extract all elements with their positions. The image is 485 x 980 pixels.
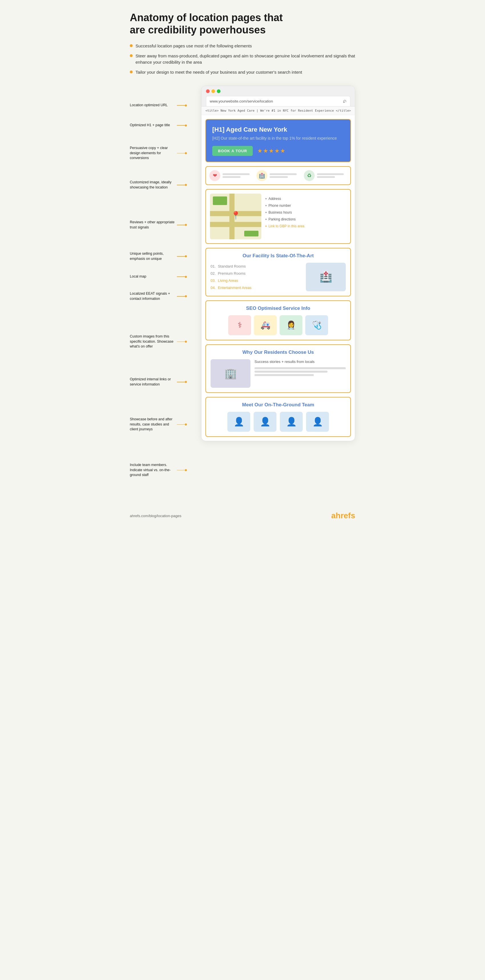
connector-line-5: [177, 256, 185, 257]
refresh-icon[interactable]: ↺: [343, 99, 347, 104]
medical-icon: 🏥: [257, 170, 267, 181]
trust-line: [317, 173, 344, 175]
bullet-dot: [130, 54, 133, 57]
connector-line-1: [177, 125, 185, 126]
service-icon-stethoscope: 🩺: [305, 315, 328, 335]
maximize-dot[interactable]: [217, 89, 220, 93]
service-icon-medical: ⚕: [228, 315, 251, 335]
facility-item-1[interactable]: 01. Standard Rooms: [211, 263, 302, 270]
browser-bar: www.yourwebsite.com/service/location ↺: [206, 96, 350, 106]
annotation-text-6: Local map: [130, 274, 174, 279]
team-avatar-2: 👤: [254, 412, 276, 432]
close-dot[interactable]: [206, 89, 210, 93]
annotation-item-6: Local map: [130, 274, 187, 279]
facility-heading: Our Facility Is State-Of-The-Art: [211, 253, 346, 259]
map-pin-icon: 📍: [231, 211, 241, 220]
trust-line: [222, 176, 241, 178]
annotation-connector-6: [177, 276, 187, 278]
heart-icon: ❤: [209, 170, 220, 181]
facility-num: 03.: [211, 278, 216, 283]
map-road: [210, 222, 262, 227]
facility-image: 🏥: [306, 263, 346, 291]
connector-dot-7: [185, 295, 187, 297]
connector-line-9: [177, 382, 185, 382]
connector-dot-8: [185, 340, 187, 343]
trust-line: [269, 176, 288, 178]
annotation-item-5: Unique selling points, emphasis on uniqu…: [130, 251, 187, 261]
facility-label: Entertainment Areas: [218, 286, 252, 290]
connector-dot-4: [185, 224, 187, 226]
bullet-dot: [130, 44, 133, 47]
trust-lines-1: [222, 173, 252, 178]
residents-body: 🏢 Success stories + results from locals: [211, 359, 346, 388]
connector-line-8: [177, 342, 185, 342]
connector-dot-2: [185, 152, 187, 154]
minimize-dot[interactable]: [211, 89, 215, 93]
service-section: SEO Optimised Service Info ⚕ 🚑 👩‍⚕️ 🩺: [205, 301, 351, 340]
connector-dot-11: [185, 469, 187, 471]
connector-line-10: [177, 424, 185, 425]
hero-h2: [H2] Our state-of-the art facility is in…: [212, 136, 344, 142]
page-container: Anatomy of location pages that are credi…: [130, 11, 355, 520]
annotation-text-10: Showcase before and after results, case …: [130, 417, 174, 432]
browser-dots: [206, 89, 350, 93]
team-heading: Meet Our On-The-Ground Team: [211, 402, 346, 408]
map-info-list-container: Address Phone number Business hours Park…: [265, 194, 304, 239]
annotation-text-11: Include team members. Indicate virtual v…: [130, 463, 174, 478]
intro-bullets: Successful location pages use most of th…: [130, 43, 355, 75]
facility-body: 01. Standard Rooms 02. Premium Rooms 03.…: [211, 263, 346, 291]
annotation-text-3: Customized image, ideally showcasing the…: [130, 180, 174, 190]
annotation-connector-3: [177, 184, 187, 186]
annotation-connector-4: [177, 224, 187, 226]
connector-dot-3: [185, 184, 187, 186]
map-info-phone: Phone number: [265, 202, 304, 209]
main-layout: Location optimized URLOptimized H1 + pag…: [130, 86, 355, 500]
annotation-item-1: Optimized H1 + page title: [130, 123, 187, 128]
map-block: [213, 196, 227, 205]
service-icon-ambulance: 🚑: [254, 315, 277, 335]
local-map: 📍: [210, 194, 262, 239]
book-tour-button[interactable]: BOOK A TOUR: [212, 146, 253, 156]
map-info-gbp-link[interactable]: Link to GBP in this area: [265, 223, 304, 229]
annotation-text-0: Location optimized URL: [130, 103, 174, 108]
facility-item-3[interactable]: 03. Living Areas: [211, 277, 302, 284]
facility-list: 01. Standard Rooms 02. Premium Rooms 03.…: [211, 263, 302, 291]
browser-chrome: www.yourwebsite.com/service/location ↺: [201, 86, 355, 107]
annotation-connector-8: [177, 340, 187, 343]
connector-dot-6: [185, 276, 187, 278]
map-block: [244, 231, 258, 236]
residents-lines: [255, 367, 346, 376]
facility-label: Living Areas: [218, 278, 238, 283]
hero-section: [H1] Aged Care New York [H2] Our state-o…: [205, 119, 351, 162]
annotation-text-1: Optimized H1 + page title: [130, 123, 174, 128]
annotation-connector-10: [177, 423, 187, 425]
residents-text: Success stories + results from locals: [255, 359, 346, 376]
annotation-text-5: Unique selling points, emphasis on uniqu…: [130, 251, 174, 261]
facility-item-2[interactable]: 02. Premium Rooms: [211, 270, 302, 277]
browser-window: www.yourwebsite.com/service/location ↺ <…: [201, 86, 355, 441]
hero-bottom: BOOK A TOUR ★★★★★: [212, 146, 344, 156]
connector-line-7: [177, 296, 185, 297]
facility-num: 04.: [211, 286, 216, 290]
connector-line-4: [177, 225, 185, 225]
browser-url[interactable]: www.yourwebsite.com/service/location: [210, 99, 273, 103]
residents-section: Why Our Residents Choose Us 🏢 Success st…: [205, 344, 351, 393]
residents-line: [255, 374, 314, 376]
facility-section: Our Facility Is State-Of-The-Art 01. Sta…: [205, 248, 351, 296]
facility-item-4[interactable]: 04. Entertainment Areas: [211, 284, 302, 291]
team-avatar-4: 👤: [306, 412, 329, 432]
title-tag: <title> New York Aged Care | We're #1 in…: [201, 107, 355, 115]
trust-line: [222, 173, 250, 175]
connector-line-11: [177, 470, 185, 471]
facility-num: 01.: [211, 264, 216, 269]
browser-content: <title> New York Aged Care | We're #1 in…: [201, 107, 355, 437]
bullet-2: Steer away from mass-produced, duplicate…: [130, 53, 355, 66]
trust-lines-2: [269, 173, 300, 178]
annotation-text-2: Persuasive copy + clear design elements …: [130, 146, 174, 161]
annotation-item-2: Persuasive copy + clear design elements …: [130, 146, 187, 161]
annotation-connector-5: [177, 255, 187, 257]
facility-label: Standard Rooms: [218, 264, 246, 269]
annotation-text-9: Optimized internal links or service info…: [130, 377, 174, 387]
annotation-connector-7: [177, 295, 187, 297]
connector-dot-1: [185, 124, 187, 127]
